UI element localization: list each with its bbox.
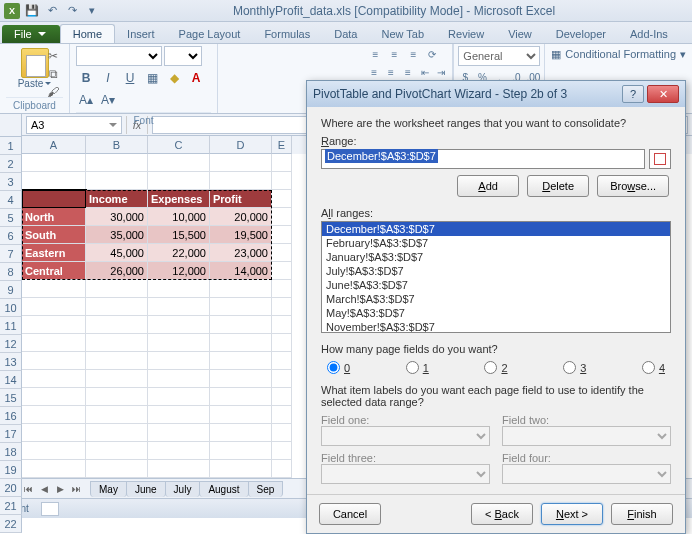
cell-E12[interactable] xyxy=(272,352,292,370)
col-header-B[interactable]: B xyxy=(86,136,148,154)
font-size-select[interactable] xyxy=(164,46,202,66)
underline-button[interactable]: U xyxy=(120,68,140,88)
cell-E3[interactable] xyxy=(272,190,292,208)
next-button[interactable]: Next > xyxy=(541,503,603,525)
row-header-12[interactable]: 12 xyxy=(0,335,22,353)
cell-D12[interactable] xyxy=(210,352,272,370)
dialog-titlebar[interactable]: PivotTable and PivotChart Wizard - Step … xyxy=(307,81,685,107)
cell-C15[interactable] xyxy=(148,406,210,424)
cell-C3[interactable]: Expenses xyxy=(148,190,210,208)
cell-B9[interactable] xyxy=(86,298,148,316)
page-field-radio-2[interactable]: 2 xyxy=(484,361,507,374)
cell-C6[interactable]: 22,000 xyxy=(148,244,210,262)
tab-addins[interactable]: Add-Ins xyxy=(618,25,680,43)
cell-E7[interactable] xyxy=(272,262,292,280)
row-header-6[interactable]: 6 xyxy=(0,227,22,245)
cell-D8[interactable] xyxy=(210,280,272,298)
cell-C12[interactable] xyxy=(148,352,210,370)
cell-B3[interactable]: Income xyxy=(86,190,148,208)
sheet-next-icon[interactable]: ▶ xyxy=(52,481,68,497)
tab-view[interactable]: View xyxy=(496,25,544,43)
row-header-1[interactable]: 1 xyxy=(0,137,22,155)
cell-D15[interactable] xyxy=(210,406,272,424)
cell-E13[interactable] xyxy=(272,370,292,388)
cell-A6[interactable]: Eastern xyxy=(22,244,86,262)
align-top-icon[interactable]: ≡ xyxy=(367,46,383,62)
cell-A8[interactable] xyxy=(22,280,86,298)
cell-E18[interactable] xyxy=(272,460,292,478)
cell-B10[interactable] xyxy=(86,316,148,334)
sheet-tab-may[interactable]: May xyxy=(90,481,127,497)
file-tab[interactable]: File xyxy=(2,25,60,43)
cell-C14[interactable] xyxy=(148,388,210,406)
cell-A11[interactable] xyxy=(22,334,86,352)
range-item[interactable]: December!$A$3:$D$7 xyxy=(322,222,670,236)
page-field-radio-0[interactable]: 0 xyxy=(327,361,350,374)
cell-A15[interactable] xyxy=(22,406,86,424)
cell-E16[interactable] xyxy=(272,424,292,442)
tab-new[interactable]: New Tab xyxy=(369,25,436,43)
range-item[interactable]: July!$A$3:$D$7 xyxy=(322,264,670,278)
indent-inc-icon[interactable]: ⇥ xyxy=(435,64,449,80)
range-item[interactable]: May!$A$3:$D$7 xyxy=(322,306,670,320)
col-header-E[interactable]: E xyxy=(272,136,292,154)
cancel-button[interactable]: Cancel xyxy=(319,503,381,525)
cell-C2[interactable] xyxy=(148,172,210,190)
tab-formulas[interactable]: Formulas xyxy=(252,25,322,43)
cell-D9[interactable] xyxy=(210,298,272,316)
format-painter-icon[interactable]: 🖌 xyxy=(44,84,62,100)
range-item[interactable]: November!$A$3:$D$7 xyxy=(322,320,670,333)
cell-B1[interactable] xyxy=(86,154,148,172)
cell-E4[interactable] xyxy=(272,208,292,226)
row-header-2[interactable]: 2 xyxy=(0,155,22,173)
cell-B6[interactable]: 45,000 xyxy=(86,244,148,262)
cell-A18[interactable] xyxy=(22,460,86,478)
cell-E8[interactable] xyxy=(272,280,292,298)
cell-C4[interactable]: 10,000 xyxy=(148,208,210,226)
cell-D14[interactable] xyxy=(210,388,272,406)
sheet-tab-june[interactable]: June xyxy=(126,481,166,497)
cell-D11[interactable] xyxy=(210,334,272,352)
cell-A14[interactable] xyxy=(22,388,86,406)
cell-C10[interactable] xyxy=(148,316,210,334)
redo-icon[interactable]: ↷ xyxy=(64,3,80,19)
row-header-14[interactable]: 14 xyxy=(0,371,22,389)
tab-review[interactable]: Review xyxy=(436,25,496,43)
cell-A5[interactable]: South xyxy=(22,226,86,244)
cell-E10[interactable] xyxy=(272,316,292,334)
cell-E6[interactable] xyxy=(272,244,292,262)
help-button[interactable]: ? xyxy=(622,85,644,103)
row-header-7[interactable]: 7 xyxy=(0,245,22,263)
sheet-first-icon[interactable]: ⏮ xyxy=(20,481,36,497)
cell-D17[interactable] xyxy=(210,442,272,460)
range-item[interactable]: February!$A$3:$D$7 xyxy=(322,236,670,250)
conditional-formatting-button[interactable]: ▦ Conditional Formatting ▾ xyxy=(545,44,692,64)
tab-developer[interactable]: Developer xyxy=(544,25,618,43)
range-item[interactable]: June!$A$3:$D$7 xyxy=(322,278,670,292)
col-header-C[interactable]: C xyxy=(148,136,210,154)
cell-B13[interactable] xyxy=(86,370,148,388)
range-item[interactable]: January!$A$3:$D$7 xyxy=(322,250,670,264)
cell-D18[interactable] xyxy=(210,460,272,478)
cell-E15[interactable] xyxy=(272,406,292,424)
cell-A13[interactable] xyxy=(22,370,86,388)
row-header-9[interactable]: 9 xyxy=(0,281,22,299)
font-color-button[interactable]: A xyxy=(186,68,206,88)
align-right-icon[interactable]: ≡ xyxy=(401,64,415,80)
cell-E17[interactable] xyxy=(272,442,292,460)
bold-button[interactable]: B xyxy=(76,68,96,88)
cell-D7[interactable]: 14,000 xyxy=(210,262,272,280)
cell-A16[interactable] xyxy=(22,424,86,442)
cell-D10[interactable] xyxy=(210,316,272,334)
sheet-prev-icon[interactable]: ◀ xyxy=(36,481,52,497)
cell-C18[interactable] xyxy=(148,460,210,478)
cell-E2[interactable] xyxy=(272,172,292,190)
row-header-8[interactable]: 8 xyxy=(0,263,22,281)
col-header-D[interactable]: D xyxy=(210,136,272,154)
cell-D16[interactable] xyxy=(210,424,272,442)
cell-D1[interactable] xyxy=(210,154,272,172)
delete-button[interactable]: Delete xyxy=(527,175,589,197)
row-header-17[interactable]: 17 xyxy=(0,425,22,443)
cell-B12[interactable] xyxy=(86,352,148,370)
cell-A3[interactable] xyxy=(22,190,86,208)
